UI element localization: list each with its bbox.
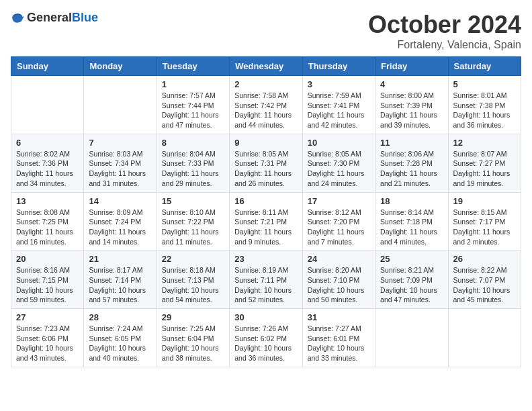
day-number: 11: [380, 138, 443, 148]
day-info: Sunrise: 8:06 AMSunset: 7:28 PMDaylight:…: [380, 149, 443, 189]
calendar-cell: 19Sunrise: 8:15 AMSunset: 7:17 PMDayligh…: [448, 192, 521, 250]
day-number: 17: [308, 196, 370, 206]
weekday-header-thursday: Thursday: [302, 57, 375, 76]
day-number: 8: [162, 138, 224, 148]
day-number: 16: [234, 196, 297, 206]
calendar-cell: 21Sunrise: 8:17 AMSunset: 7:14 PMDayligh…: [84, 250, 157, 309]
weekday-header-monday: Monday: [84, 57, 157, 76]
day-info: Sunrise: 7:57 AMSunset: 7:44 PMDaylight:…: [162, 91, 224, 130]
day-number: 4: [380, 79, 443, 89]
day-info: Sunrise: 8:05 AMSunset: 7:30 PMDaylight:…: [308, 149, 370, 189]
logo-blue: Blue: [72, 11, 98, 24]
day-number: 21: [89, 254, 151, 264]
calendar-cell: 8Sunrise: 8:04 AMSunset: 7:33 PMDaylight…: [157, 134, 229, 192]
calendar-cell: 18Sunrise: 8:14 AMSunset: 7:18 PMDayligh…: [375, 192, 448, 250]
day-number: 25: [380, 254, 443, 264]
day-info: Sunrise: 7:27 AMSunset: 6:01 PMDaylight:…: [308, 324, 370, 363]
calendar-cell: 22Sunrise: 8:18 AMSunset: 7:13 PMDayligh…: [157, 250, 229, 309]
day-info: Sunrise: 7:26 AMSunset: 6:02 PMDaylight:…: [234, 324, 297, 363]
day-info: Sunrise: 8:02 AMSunset: 7:36 PMDaylight:…: [16, 149, 79, 189]
day-info: Sunrise: 8:15 AMSunset: 7:17 PMDaylight:…: [453, 208, 516, 247]
calendar-cell: [448, 309, 521, 367]
logo-general: General: [27, 11, 72, 24]
calendar-cell: 23Sunrise: 8:19 AMSunset: 7:11 PMDayligh…: [230, 250, 302, 309]
day-number: 7: [89, 138, 151, 148]
day-info: Sunrise: 8:12 AMSunset: 7:20 PMDaylight:…: [308, 208, 370, 247]
day-info: Sunrise: 8:19 AMSunset: 7:11 PMDaylight:…: [234, 265, 297, 305]
day-info: Sunrise: 8:03 AMSunset: 7:34 PMDaylight:…: [89, 149, 151, 189]
logo-icon: [11, 11, 24, 25]
weekday-header-row: SundayMondayTuesdayWednesdayThursdayFrid…: [11, 57, 521, 76]
day-info: Sunrise: 8:22 AMSunset: 7:07 PMDaylight:…: [453, 265, 516, 305]
logo: GeneralBlue: [11, 11, 98, 25]
calendar-cell: 3Sunrise: 7:59 AMSunset: 7:41 PMDaylight…: [302, 76, 375, 134]
day-info: Sunrise: 8:17 AMSunset: 7:14 PMDaylight:…: [89, 265, 151, 305]
day-info: Sunrise: 8:16 AMSunset: 7:15 PMDaylight:…: [16, 265, 79, 305]
calendar-cell: 31Sunrise: 7:27 AMSunset: 6:01 PMDayligh…: [302, 309, 375, 367]
calendar-cell: 4Sunrise: 8:00 AMSunset: 7:39 PMDaylight…: [375, 76, 448, 134]
calendar-cell: 26Sunrise: 8:22 AMSunset: 7:07 PMDayligh…: [448, 250, 521, 309]
day-info: Sunrise: 8:09 AMSunset: 7:24 PMDaylight:…: [89, 208, 151, 247]
calendar-cell: 17Sunrise: 8:12 AMSunset: 7:20 PMDayligh…: [302, 192, 375, 250]
day-number: 23: [234, 254, 297, 264]
weekday-header-saturday: Saturday: [448, 57, 521, 76]
calendar-week-1: 1Sunrise: 7:57 AMSunset: 7:44 PMDaylight…: [11, 76, 521, 134]
weekday-header-friday: Friday: [375, 57, 448, 76]
calendar-cell: 28Sunrise: 7:24 AMSunset: 6:05 PMDayligh…: [84, 309, 157, 367]
day-info: Sunrise: 8:21 AMSunset: 7:09 PMDaylight:…: [380, 265, 443, 305]
calendar-week-3: 13Sunrise: 8:08 AMSunset: 7:25 PMDayligh…: [11, 192, 521, 250]
day-number: 15: [162, 196, 224, 206]
calendar-cell: 15Sunrise: 8:10 AMSunset: 7:22 PMDayligh…: [157, 192, 229, 250]
weekday-header-tuesday: Tuesday: [157, 57, 229, 76]
day-number: 5: [453, 79, 516, 89]
calendar-cell: [375, 309, 448, 367]
day-number: 2: [234, 79, 297, 89]
weekday-header-sunday: Sunday: [11, 57, 84, 76]
day-info: Sunrise: 8:18 AMSunset: 7:13 PMDaylight:…: [162, 265, 224, 305]
day-number: 9: [234, 138, 297, 148]
day-info: Sunrise: 8:05 AMSunset: 7:31 PMDaylight:…: [234, 149, 297, 189]
calendar-cell: 6Sunrise: 8:02 AMSunset: 7:36 PMDaylight…: [11, 134, 84, 192]
calendar-cell: 1Sunrise: 7:57 AMSunset: 7:44 PMDaylight…: [157, 76, 229, 134]
calendar-cell: [84, 76, 157, 134]
calendar-cell: 14Sunrise: 8:09 AMSunset: 7:24 PMDayligh…: [84, 192, 157, 250]
day-number: 12: [453, 138, 516, 148]
day-info: Sunrise: 8:14 AMSunset: 7:18 PMDaylight:…: [380, 208, 443, 247]
day-info: Sunrise: 7:25 AMSunset: 6:04 PMDaylight:…: [162, 324, 224, 363]
day-info: Sunrise: 7:23 AMSunset: 6:06 PMDaylight:…: [16, 324, 79, 363]
calendar-week-4: 20Sunrise: 8:16 AMSunset: 7:15 PMDayligh…: [11, 250, 521, 309]
calendar-week-2: 6Sunrise: 8:02 AMSunset: 7:36 PMDaylight…: [11, 134, 521, 192]
calendar-cell: 7Sunrise: 8:03 AMSunset: 7:34 PMDaylight…: [84, 134, 157, 192]
day-number: 26: [453, 254, 516, 264]
weekday-header-wednesday: Wednesday: [230, 57, 302, 76]
day-number: 20: [16, 254, 79, 264]
day-number: 24: [308, 254, 370, 264]
day-info: Sunrise: 8:11 AMSunset: 7:21 PMDaylight:…: [234, 208, 297, 247]
month-title: October 2024: [368, 11, 521, 39]
day-number: 13: [16, 196, 79, 206]
day-info: Sunrise: 8:20 AMSunset: 7:10 PMDaylight:…: [308, 265, 370, 305]
calendar-week-5: 27Sunrise: 7:23 AMSunset: 6:06 PMDayligh…: [11, 309, 521, 367]
day-number: 28: [89, 312, 151, 322]
calendar-cell: 16Sunrise: 8:11 AMSunset: 7:21 PMDayligh…: [230, 192, 302, 250]
day-number: 19: [453, 196, 516, 206]
day-info: Sunrise: 8:07 AMSunset: 7:27 PMDaylight:…: [453, 149, 516, 189]
day-number: 27: [16, 312, 79, 322]
title-area: October 2024 Fortaleny, Valencia, Spain: [368, 11, 521, 51]
day-number: 6: [16, 138, 79, 148]
logo-text: GeneralBlue: [27, 11, 98, 25]
day-info: Sunrise: 8:04 AMSunset: 7:33 PMDaylight:…: [162, 149, 224, 189]
calendar-cell: 30Sunrise: 7:26 AMSunset: 6:02 PMDayligh…: [230, 309, 302, 367]
day-number: 3: [308, 79, 370, 89]
calendar-cell: 20Sunrise: 8:16 AMSunset: 7:15 PMDayligh…: [11, 250, 84, 309]
calendar-cell: 27Sunrise: 7:23 AMSunset: 6:06 PMDayligh…: [11, 309, 84, 367]
day-info: Sunrise: 8:10 AMSunset: 7:22 PMDaylight:…: [162, 208, 224, 247]
day-number: 1: [162, 79, 224, 89]
day-info: Sunrise: 8:01 AMSunset: 7:38 PMDaylight:…: [453, 91, 516, 130]
day-number: 22: [162, 254, 224, 264]
day-info: Sunrise: 8:00 AMSunset: 7:39 PMDaylight:…: [380, 91, 443, 130]
calendar-cell: 9Sunrise: 8:05 AMSunset: 7:31 PMDaylight…: [230, 134, 302, 192]
day-number: 31: [308, 312, 370, 322]
calendar-cell: 10Sunrise: 8:05 AMSunset: 7:30 PMDayligh…: [302, 134, 375, 192]
calendar-body: 1Sunrise: 7:57 AMSunset: 7:44 PMDaylight…: [11, 76, 521, 367]
